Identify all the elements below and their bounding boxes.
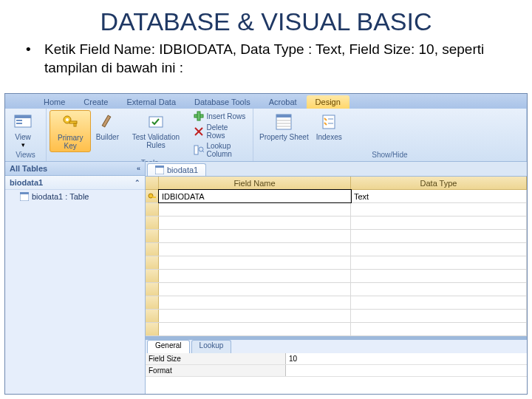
- test-validation-button[interactable]: Test Validation Rules: [123, 110, 188, 151]
- col-field-name[interactable]: Field Name: [159, 177, 351, 189]
- row-header-corner: [146, 177, 159, 189]
- field-properties: General Lookup Field Size 10 Format: [146, 339, 527, 377]
- svg-rect-26: [20, 192, 29, 194]
- builder-button[interactable]: Builder: [92, 110, 122, 143]
- ribbon: View ▾ Views Primary Key: [5, 109, 527, 162]
- col-data-type[interactable]: Data Type: [351, 177, 527, 189]
- grid-row-empty[interactable]: [146, 256, 527, 270]
- grid-row-empty[interactable]: [146, 323, 527, 336]
- lookup-column-label: Lookup Column: [206, 142, 248, 158]
- builder-label: Builder: [96, 133, 119, 141]
- test-validation-label: Test Validation Rules: [126, 133, 185, 149]
- svg-rect-11: [197, 112, 200, 120]
- svg-rect-28: [155, 166, 164, 168]
- chevron-down-icon: ▾: [21, 141, 25, 149]
- grid-row-empty[interactable]: [146, 310, 527, 323]
- validation-icon: [146, 112, 166, 132]
- property-sheet-button[interactable]: Property Sheet: [256, 110, 312, 143]
- tab-design[interactable]: Design: [307, 95, 349, 109]
- grid-row-empty[interactable]: [146, 203, 527, 216]
- grid-row-1[interactable]: IDBIODATA Text: [146, 190, 527, 203]
- nav-header-label: All Tables: [10, 164, 47, 173]
- document-tab-biodata1[interactable]: biodata1: [147, 163, 206, 176]
- grid-row-empty[interactable]: [146, 230, 527, 243]
- indexes-button[interactable]: Indexes: [313, 110, 345, 143]
- group-label-showhide: Show/Hide: [256, 151, 523, 160]
- chevron-up-icon: ⌃: [134, 179, 140, 186]
- tab-home[interactable]: Home: [35, 95, 74, 109]
- nav-group[interactable]: biodata1 ⌃: [5, 176, 145, 190]
- ribbon-group-showhide: Property Sheet Indexes Show/Hide: [253, 109, 527, 161]
- lookup-icon: [194, 145, 204, 155]
- grid-row-empty[interactable]: [146, 243, 527, 256]
- view-button[interactable]: View ▾: [8, 110, 38, 150]
- property-tab-lookup[interactable]: Lookup: [191, 340, 232, 353]
- property-list: Field Size 10 Format: [146, 353, 527, 377]
- lookup-column-button[interactable]: Lookup Column: [192, 141, 250, 159]
- tab-external-data[interactable]: External Data: [117, 95, 185, 109]
- view-label: View: [15, 133, 31, 141]
- primary-key-button[interactable]: Primary Key: [50, 110, 91, 152]
- svg-rect-18: [276, 115, 291, 117]
- grid-row-empty[interactable]: [146, 216, 527, 230]
- cell-field-name[interactable]: IDBIODATA: [159, 190, 351, 202]
- property-sheet-icon: [273, 112, 294, 132]
- navigation-pane: All Tables « biodata1 ⌃ biodata1 : Table: [5, 162, 146, 394]
- prop-name: Field Size: [146, 353, 286, 364]
- nav-group-label: biodata1: [10, 178, 43, 187]
- delete-rows-label: Delete Rows: [206, 123, 248, 140]
- nav-header[interactable]: All Tables «: [5, 162, 145, 176]
- prop-row-field-size[interactable]: Field Size 10: [146, 353, 527, 365]
- delete-rows-icon: [194, 126, 204, 137]
- indexes-label: Indexes: [316, 133, 342, 141]
- insert-rows-icon: [194, 111, 204, 121]
- svg-rect-22: [323, 115, 335, 129]
- workarea: All Tables « biodata1 ⌃ biodata1 : Table…: [5, 162, 527, 394]
- svg-rect-14: [194, 146, 198, 154]
- table-icon: [155, 166, 164, 174]
- insert-rows-label: Insert Rows: [206, 112, 245, 120]
- svg-rect-8: [103, 115, 111, 127]
- design-grid-header: Field Name Data Type: [146, 177, 527, 190]
- builder-icon: [97, 112, 117, 132]
- key-icon: [60, 112, 81, 133]
- svg-rect-30: [152, 197, 156, 198]
- key-icon: [148, 192, 157, 201]
- svg-rect-1: [15, 115, 31, 118]
- property-tabs: General Lookup: [146, 340, 527, 353]
- row-selector[interactable]: [146, 190, 159, 202]
- access-window: Home Create External Data Database Tools…: [4, 93, 528, 395]
- chevron-left-icon: «: [137, 165, 140, 172]
- document-tab-label: biodata1: [167, 166, 198, 174]
- grid-row-empty[interactable]: [146, 270, 527, 283]
- group-label-views: Views: [8, 151, 43, 160]
- prop-value[interactable]: 10: [286, 353, 527, 364]
- grid-row-empty[interactable]: [146, 296, 527, 310]
- tab-acrobat[interactable]: Acrobat: [260, 95, 306, 109]
- ribbon-group-tools: Primary Key Builder Test Validation Rule…: [47, 109, 253, 161]
- svg-rect-3: [16, 123, 22, 124]
- document-tabs: biodata1: [146, 162, 527, 177]
- ribbon-group-views: View ▾ Views: [5, 109, 47, 161]
- delete-rows-button[interactable]: Delete Rows: [192, 123, 250, 140]
- svg-line-16: [202, 151, 204, 152]
- indexes-icon: [318, 112, 339, 132]
- cell-data-type[interactable]: Text: [351, 190, 527, 202]
- nav-item-label: biodata1 : Table: [32, 192, 89, 201]
- svg-rect-2: [16, 120, 22, 121]
- primary-key-label: Primary Key: [53, 134, 87, 150]
- svg-point-5: [66, 118, 69, 121]
- tab-create[interactable]: Create: [75, 95, 117, 109]
- prop-row-format[interactable]: Format: [146, 365, 527, 377]
- property-sheet-label: Property Sheet: [259, 133, 309, 141]
- grid-row-empty[interactable]: [146, 283, 527, 296]
- prop-value[interactable]: [286, 365, 527, 376]
- main-pane: biodata1 Field Name Data Type IDBIODATA …: [146, 162, 527, 394]
- view-icon: [13, 112, 33, 132]
- tab-database-tools[interactable]: Database Tools: [185, 95, 259, 109]
- prop-name: Format: [146, 365, 286, 376]
- insert-rows-button[interactable]: Insert Rows: [192, 110, 250, 122]
- ribbon-tabstrip: Home Create External Data Database Tools…: [5, 94, 527, 109]
- property-tab-general[interactable]: General: [147, 340, 190, 353]
- nav-item-table[interactable]: biodata1 : Table: [5, 190, 145, 203]
